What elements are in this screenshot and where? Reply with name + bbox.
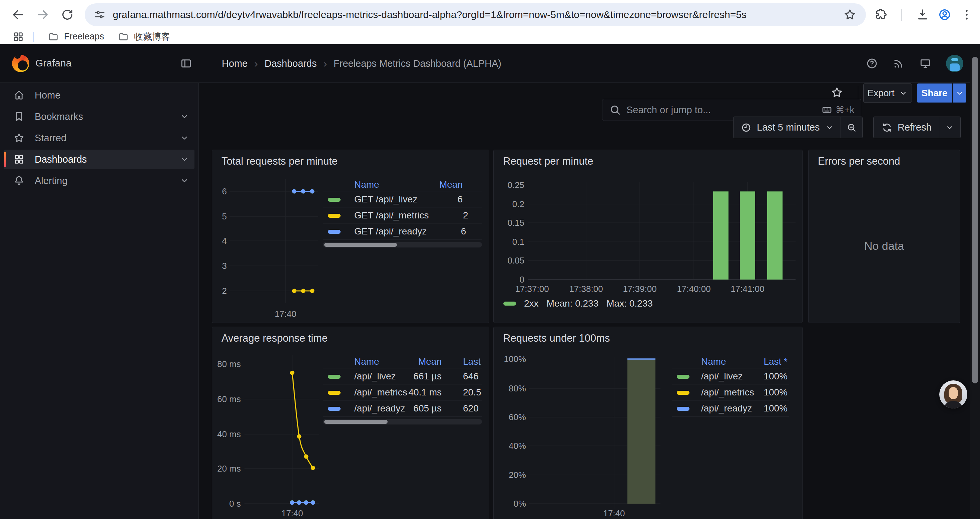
series-color-swatch [328,391,340,395]
help-icon[interactable] [866,57,878,69]
legend-cell: 2 [429,210,468,221]
monitor-icon[interactable] [919,57,931,69]
svg-text:17:40:00: 17:40:00 [677,284,711,294]
svg-text:3: 3 [222,261,227,271]
legend-cell[interactable]: GET /api/_readyz [354,226,426,237]
legend-cell[interactable]: /api/_readyz [354,403,405,414]
header-actions [866,44,963,83]
legend-swatch-cell [328,226,354,237]
chevron-down-icon [180,133,189,143]
user-avatar[interactable] [946,55,963,72]
series-color-swatch [503,302,516,306]
refresh-label: Refresh [897,122,932,133]
legend-header[interactable]: Mean [405,356,442,367]
legend-scrollbar[interactable] [323,242,482,248]
panel-requests-under-100ms[interactable]: Requests under 100ms 100%80%60%40%20%0%1… [493,327,803,519]
panel-request-per-minute[interactable]: Request per minute 0.250.20.150.10.05017… [493,150,803,323]
panel-legend: NameMeanGET /api/_livez6GET /api/_metric… [323,178,482,248]
sidebar-item-dashboards[interactable]: Dashboards [4,150,194,169]
news-rss-icon[interactable] [892,57,905,69]
brand-name: Grafana [35,57,72,69]
legend-header[interactable]: Last * [442,356,482,367]
bookmark-folder-label: 收藏博客 [134,31,170,43]
bookmark-page-star-icon[interactable] [843,8,857,21]
panel-total-requests-per-minute[interactable]: Total requests per minute 6543217:40 Nam… [212,150,489,323]
legend-row: /api/_livez100% [672,368,789,385]
sidebar-item-label: Home [35,90,60,101]
legend-series-name[interactable]: 2xx [524,298,539,309]
legend-row: GET /api/_livez6 [323,192,482,208]
svg-text:5: 5 [222,211,227,222]
refresh-icon [881,122,892,133]
legend-scrollbar[interactable] [323,419,482,425]
svg-text:0.2: 0.2 [512,199,524,209]
assistant-avatar[interactable] [939,380,967,409]
legend-swatch-cell [677,371,701,382]
panel-errors-per-second[interactable]: Errors per second No data [808,150,960,323]
legend-stat: Mean: 0.233 [547,298,599,309]
browser-menu-icon[interactable] [960,8,973,21]
time-range-picker[interactable]: Last 5 minutes [733,117,862,138]
legend-header[interactable]: Name [354,356,405,367]
refresh-interval-chevron-icon [945,123,954,132]
svg-text:60 ms: 60 ms [217,394,241,404]
sidebar-item-bookmarks[interactable]: Bookmarks [4,107,194,126]
legend-cell[interactable]: /api/_livez [354,371,405,382]
browser-toolbar: grafana.mathmast.com/d/deytv4rwavabkb/fr… [0,0,980,29]
legend-scrollbar-thumb[interactable] [324,420,388,424]
favorite-dashboard-star-icon[interactable] [830,86,843,99]
panel-average-response-time[interactable]: Average response time 80 ms60 ms40 ms20 … [212,327,489,519]
profile-icon[interactable] [938,8,951,21]
svg-text:0.1: 0.1 [512,237,524,247]
svg-text:17:37:00: 17:37:00 [515,284,549,294]
bookmark-folder-blogs[interactable]: 收藏博客 [118,31,170,43]
sidebar-item-home[interactable]: Home [4,86,194,105]
dock-sidebar-icon[interactable] [180,57,192,69]
clock-icon [741,122,751,133]
apps-grid-icon[interactable] [13,31,24,42]
grafana-logo[interactable] [12,55,29,72]
url-bar[interactable]: grafana.mathmast.com/d/deytv4rwavabkb/fr… [85,3,866,26]
sidebar-item-alerting[interactable]: Alerting [4,171,194,190]
svg-text:100%: 100% [504,354,527,364]
breadcrumb-dashboards[interactable]: Dashboards [264,58,317,69]
legend-header[interactable]: Mean [423,179,463,190]
panel-title[interactable]: Errors per second [818,155,900,167]
legend-swatch-cell [328,194,354,205]
site-settings-icon[interactable] [94,9,105,21]
downloads-icon[interactable] [916,8,929,21]
sidebar-item-starred[interactable]: Starred [4,128,194,148]
legend-cell: 605 µs [405,403,442,414]
legend-cell[interactable]: GET /api/_livez [354,194,423,205]
bookmark-folder-freeleaps[interactable]: Freeleaps [48,31,104,42]
legend-cell[interactable]: /api/_metrics [701,387,754,398]
breadcrumb-separator: › [254,57,258,70]
legend-row: GET /api/_readyz6 [323,224,482,240]
share-menu-button[interactable] [953,83,966,102]
series-color-swatch [328,230,340,234]
export-button[interactable]: Export [863,83,912,102]
legend-cell[interactable]: /api/_livez [701,371,754,382]
browser-forward-icon[interactable] [36,8,49,21]
legend-cell[interactable]: GET /api/_metrics [354,210,429,221]
browser-reload-icon[interactable] [61,8,74,21]
legend-cell[interactable]: /api/_metrics [354,387,405,398]
bookmarks-divider [33,32,34,42]
breadcrumb-home[interactable]: Home [222,58,248,69]
legend-cell[interactable]: /api/_readyz [701,403,754,414]
legend-header[interactable]: Last * [754,356,788,367]
series-color-swatch [677,407,689,411]
legend-header[interactable]: Name [701,356,754,367]
extensions-icon[interactable] [874,8,887,21]
folder-icon [48,31,59,42]
page-scrollbar-thumb[interactable] [972,57,978,383]
panel-legend: 2xxMean: 0.233Max: 0.233 [503,298,653,309]
legend-scrollbar-thumb[interactable] [324,243,397,247]
legend-header[interactable]: Name [354,179,423,190]
zoom-out-icon[interactable] [846,122,857,133]
refresh-controls[interactable]: Refresh [873,117,961,138]
browser-back-icon[interactable] [11,8,25,21]
svg-text:17:40: 17:40 [275,309,296,319]
share-button[interactable]: Share [917,83,952,102]
legend-row: GET /api/_metrics2 [323,208,482,224]
